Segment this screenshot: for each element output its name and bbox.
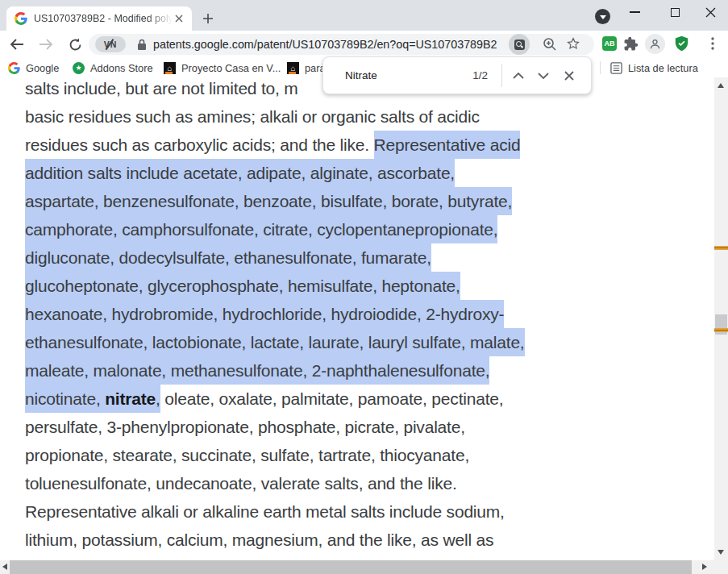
text-line: ethanesulfonate, lactobionate, lactate, … [25,328,525,356]
security-shield-icon[interactable] [674,35,689,52]
text-line: Representative alkali or alkaline earth … [25,497,525,526]
find-close-button[interactable] [559,65,580,86]
tab-patent-page[interactable]: US10703789B2 - Modified polynu [6,6,192,31]
find-next-button[interactable] [533,65,554,86]
text-line: toluenesulfonate, undecanoate, valerate … [25,469,525,497]
browser-window: US10703789B2 - Modified polynu VN [0,0,728,574]
reading-list-icon [610,62,622,74]
google-favicon-icon [15,12,27,25]
patent-text: salts include, but are not limited to, m… [25,77,525,554]
text-line: camphorate, camphorsulfonate, citrate, c… [25,215,525,243]
new-tab-button[interactable] [200,10,216,27]
bookmark-label: Google [26,62,59,74]
find-previous-button[interactable] [508,65,529,86]
reading-list-button[interactable]: Lista de lectura [610,58,698,77]
scroll-left-arrow-icon[interactable] [2,564,7,570]
house-site-icon: ⌂ [164,62,176,74]
scrollbar-corner [714,560,728,574]
find-in-page-bar: Nitrate 1/2 [322,56,592,94]
find-match-active: nitrate [105,385,156,413]
profile-avatar-icon[interactable] [645,34,665,54]
minimize-icon [630,11,640,13]
navigation-toolbar: VN patents.google.com/patent/US10703789B… [0,31,728,58]
text-line: addition salts include acetate, adipate,… [25,159,525,187]
page-content: salts include, but are not limited to, m… [0,77,714,560]
text-line: basic residues such as amines; alkali or… [25,102,525,131]
bookmark-para[interactable]: ⌂ para v [287,58,327,77]
tab-search-button[interactable] [595,9,610,24]
bookmark-google[interactable]: Google [8,58,59,77]
maximize-button[interactable] [661,0,688,24]
back-button[interactable] [6,34,27,55]
bookmark-proyecto-casa[interactable]: ⌂ Proyecto Casa en V... [164,58,281,77]
forward-button[interactable] [35,34,56,55]
chevron-down-icon [600,15,606,19]
text-line: digluconate, dodecylsulfate, ethanesulfo… [25,243,525,272]
reload-button[interactable] [64,34,85,55]
scroll-down-arrow-icon[interactable] [718,550,724,555]
horizontal-scrollbar-thumb[interactable] [10,560,692,574]
house-site-icon: ⌂ [287,62,299,74]
browser-menu-icon[interactable] [703,34,722,53]
zoom-level-icon[interactable] [543,37,557,55]
document-magnifier-glyph [514,40,525,50]
extensions-puzzle-icon[interactable] [622,35,639,52]
bookmarks-divider [600,61,601,74]
address-bar[interactable]: VN patents.google.com/patent/US10703789B… [89,34,594,55]
bookmark-star-icon[interactable] [566,36,580,54]
maximize-icon [671,8,680,17]
addons-store-icon: ★ [73,62,85,74]
vpn-badge[interactable]: VN [95,36,126,52]
tab-close-icon[interactable] [173,12,185,25]
find-match-marker [714,328,728,332]
page-search-icon[interactable] [509,34,530,55]
find-match-marker [714,246,728,250]
tab-title: US10703789B2 - Modified polynu [34,13,173,24]
find-bar-divider [501,64,502,87]
close-window-button[interactable] [697,0,724,24]
minimize-button[interactable] [621,0,648,24]
text-line: aspartate, benzenesulfonate, benzoate, b… [25,187,525,215]
bookmark-label: Proyecto Casa en V... [181,62,281,74]
text-line: propionate, stearate, succinate, sulfate… [25,441,525,469]
text-line: hexanoate, hydrobromide, hydrochloride, … [25,300,525,328]
horizontal-scrollbar[interactable] [0,560,714,574]
find-result-counter: 1/2 [459,57,488,94]
vertical-scrollbar[interactable] [714,77,728,560]
find-query-input[interactable]: Nitrate [345,57,377,94]
text-line: glucoheptonate, glycerophosphate, hemisu… [25,272,525,300]
lock-icon[interactable] [137,39,147,54]
url-text[interactable]: patents.google.com/patent/US10703789B2/e… [153,38,497,51]
text-line: residues such as carboxylic acids; and t… [25,131,525,159]
text-line: maleate, malonate, methanesulfonate, 2-n… [25,356,525,385]
scroll-right-arrow-icon[interactable] [702,564,707,570]
text-line: lithium, potassium, calcium, magnesium, … [25,526,525,554]
reading-list-label: Lista de lectura [628,62,698,74]
bookmark-addons-store[interactable]: ★ Addons Store [73,58,153,77]
text-line: nicotinate, nitrate, oleate, oxalate, pa… [25,385,525,413]
scroll-up-arrow-icon[interactable] [718,83,724,88]
google-g-icon [8,62,20,74]
bookmark-label: Addons Store [90,62,153,74]
adblock-extension-icon[interactable]: AB [602,36,617,51]
text-line: persulfate, 3-phenylpropionate, phosphat… [25,413,525,441]
tab-strip: US10703789B2 - Modified polynu [0,0,728,31]
